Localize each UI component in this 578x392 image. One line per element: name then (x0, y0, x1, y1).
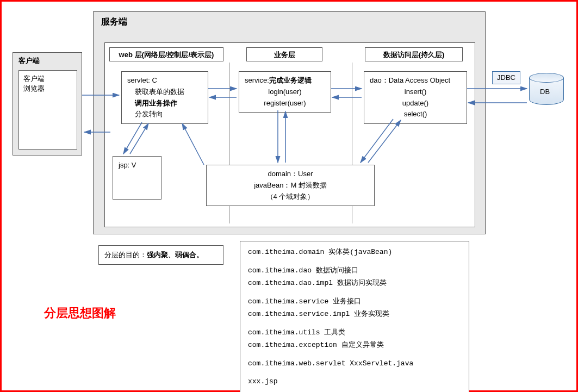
domain-l3: （4 个域对象） (212, 191, 369, 203)
pkg-5: com.itheima.service.impl 业务实现类 (248, 309, 461, 320)
packages-box: com.itheima.domain 实体类(javaBean) com.ith… (240, 241, 469, 392)
service-l1: service:service:完成业务逻辑完成业务逻辑 (245, 75, 325, 86)
server-inner: web 层(网络层/控制层/表示层) 业务层 数据访问层(持久层) servle… (104, 42, 475, 227)
biz-layer-title: 业务层 (246, 47, 322, 61)
pkg-7: com.itheima.exception 自定义异常类 (248, 340, 461, 351)
pkg-8: com.itheima.web.servlet XxxServlet.java (248, 358, 461, 369)
purpose-prefix: 分层的目的： (104, 251, 147, 259)
diagram-canvas: 客户端 客户端 浏览器 服务端 web 层(网络层/控制层/表示层) 业务层 数… (0, 0, 578, 392)
db-label: DB (540, 88, 550, 96)
client-line1: 客户端 (23, 74, 72, 84)
client-title: 客户端 (18, 56, 40, 66)
domain-box: domain：User javaBean：M 封装数据 （4 个域对象） (206, 165, 375, 206)
web-layer-title: web 层(网络层/控制层/表示层) (109, 47, 223, 61)
client-container: 客户端 客户端 浏览器 (13, 52, 82, 155)
db-cylinder-top (529, 73, 564, 83)
client-line2: 浏览器 (23, 84, 72, 94)
jdbc-label: JDBC (497, 73, 515, 82)
dao-box: dao：Data Access Object insert() update()… (364, 71, 467, 124)
servlet-l3: 调用业务操作 (127, 98, 202, 109)
service-l2: login(user) (245, 86, 325, 98)
dao-l3: update() (370, 98, 461, 109)
main-label: 分层思想图解 (44, 305, 116, 321)
service-l3: register(user) (245, 98, 325, 109)
pkg-4: com.itheima.service 业务接口 (248, 296, 461, 307)
dao-layer-title: 数据访问层(持久层) (365, 47, 463, 61)
service-box: service:service:完成业务逻辑完成业务逻辑 login(user)… (239, 71, 331, 113)
servlet-l4: 分发转向 (127, 109, 202, 120)
jdbc-box: JDBC (492, 71, 520, 84)
jsp-label: jsp: V (119, 161, 136, 169)
servlet-box: servlet: C 获取表单的数据 调用业务操作 分发转向 (121, 71, 208, 124)
dao-l2: insert() (370, 86, 461, 98)
domain-l2: javaBean：M 封装数据 (212, 180, 369, 191)
pkg-9: xxx.jsp (248, 376, 461, 387)
pkg-3: com.itheima.dao.impl 数据访问实现类 (248, 278, 461, 289)
purpose-box: 分层的目的：强内聚、弱偶合。 (98, 245, 223, 265)
pkg-6: com.itheima.utils 工具类 (248, 327, 461, 338)
servlet-l1: servlet: C (127, 75, 202, 86)
dao-l4: select() (370, 109, 461, 120)
domain-l1: domain：User (212, 169, 369, 180)
server-title: 服务端 (101, 16, 127, 28)
client-inner: 客户端 浏览器 (18, 70, 77, 150)
server-container: 服务端 web 层(网络层/控制层/表示层) 业务层 数据访问层(持久层) se… (93, 11, 486, 234)
pkg-1: com.itheima.domain 实体类(javaBean) (248, 247, 461, 258)
dao-l1: dao：Data Access Object (370, 75, 461, 86)
purpose-bold: 强内聚、弱偶合。 (147, 251, 203, 259)
jsp-box: jsp: V (113, 156, 161, 200)
pkg-2: com.itheima.dao 数据访问接口 (248, 265, 461, 276)
servlet-l2: 获取表单的数据 (127, 86, 202, 98)
